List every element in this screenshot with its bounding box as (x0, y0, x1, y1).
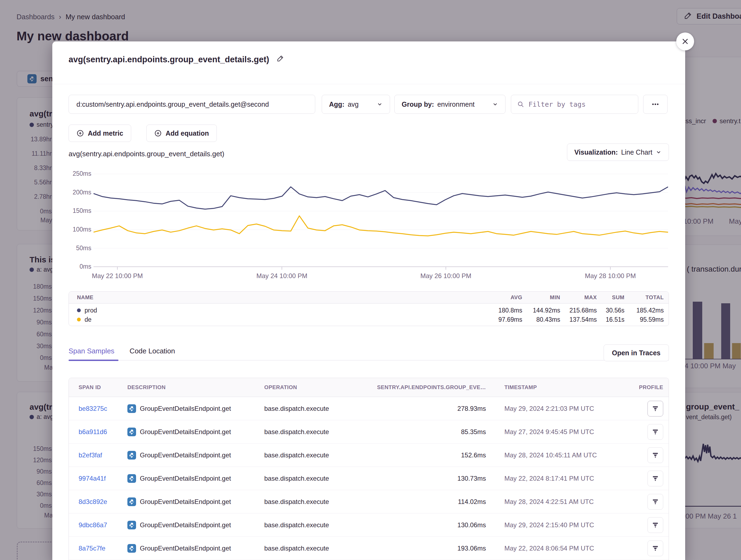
span-description: GroupEventDetailsEndpoint.get (140, 452, 231, 459)
profile-icon (652, 452, 659, 459)
span-description: GroupEventDetailsEndpoint.get (140, 475, 231, 482)
span-duration: 152.6ms (354, 452, 486, 459)
summary-col-max: MAX (560, 294, 597, 301)
close-button[interactable] (676, 32, 694, 50)
header-divider (52, 84, 685, 84)
open-in-traces-label: Open in Traces (612, 349, 661, 357)
chevron-down-icon (377, 101, 383, 107)
profile-button[interactable] (648, 401, 663, 416)
profile-icon (652, 498, 659, 505)
col-metric-value: SENTRY.API.ENDPOINTS.GROUP_EVE… (354, 384, 486, 391)
python-icon (127, 544, 136, 553)
span-id-link[interactable]: b6a911d6 (79, 428, 107, 435)
profile-button[interactable] (648, 541, 663, 556)
x-axis-tick: May 22 10:00 PM (77, 272, 158, 280)
span-table-row: b6a911d6 GroupEventDetailsEndpoint.get b… (69, 420, 669, 444)
span-timestamp: May 29, 2024 2:15:40 PM UTC (486, 521, 639, 529)
group-by-label: Group by: (402, 100, 434, 108)
y-axis-tick: 250ms (64, 170, 91, 177)
chart-query-label: avg(sentry.api.endpoints.group_event_det… (69, 150, 224, 158)
y-axis-tick: 150ms (64, 207, 91, 215)
span-operation: base.dispatch.execute (264, 521, 354, 529)
group-by-dropdown[interactable]: Group by:environment (394, 95, 506, 114)
y-axis-tick: 50ms (64, 245, 91, 252)
summary-header-row: NAME AVG MIN MAX SUM TOTAL (69, 292, 669, 304)
modal-title-row: avg(sentry.api.endpoints.group_event_det… (69, 55, 284, 65)
summary-row-de[interactable]: de 97.69ms 80.43ms 137.54ms 16.51s 95.59… (69, 315, 669, 326)
tab-span-samples[interactable]: Span Samples (69, 347, 114, 355)
summary-row-prod[interactable]: prod 180.8ms 144.92ms 215.68ms 30.56s 18… (69, 305, 669, 315)
y-axis-tick: 200ms (64, 189, 91, 196)
span-timestamp: May 28, 2024 4:22:51 AM UTC (486, 498, 639, 505)
profile-button[interactable] (648, 517, 663, 533)
span-description: GroupEventDetailsEndpoint.get (140, 498, 231, 505)
agg-dropdown[interactable]: Agg:avg (322, 95, 390, 114)
series-dot-de (77, 318, 81, 321)
span-id-link[interactable]: 8d3c892e (79, 498, 107, 505)
span-id-link[interactable]: 9974a41f (79, 475, 106, 482)
span-table-row: b2ef3faf GroupEventDetailsEndpoint.get b… (69, 444, 669, 467)
add-equation-button[interactable]: Add equation (146, 125, 217, 142)
visualization-value: Line Chart (621, 148, 652, 156)
x-axis-tick: May 28 10:00 PM (570, 272, 651, 280)
span-timestamp: May 28, 2024 10:45:11 AM UTC (486, 452, 639, 459)
plus-circle-icon (154, 130, 162, 137)
tab-code-location[interactable]: Code Location (130, 347, 175, 355)
span-table-row: be83275c GroupEventDetailsEndpoint.get b… (69, 397, 669, 420)
python-icon (127, 404, 136, 413)
span-description: GroupEventDetailsEndpoint.get (140, 545, 231, 552)
span-operation: base.dispatch.execute (264, 545, 354, 552)
y-axis-tick: 100ms (64, 226, 91, 233)
chevron-down-icon (656, 149, 662, 155)
series-summary-table: NAME AVG MIN MAX SUM TOTAL prod 180.8ms … (69, 291, 669, 326)
agg-label: Agg: (329, 100, 344, 108)
python-icon (127, 451, 136, 460)
profile-icon (652, 405, 659, 412)
filter-by-tags-input[interactable]: Filter by tags (511, 95, 638, 114)
span-duration: 114.02ms (354, 498, 486, 505)
summary-col-sum: SUM (597, 294, 624, 301)
span-id-link[interactable]: b2ef3faf (79, 452, 102, 459)
col-operation: OPERATION (264, 384, 354, 391)
visualization-dropdown[interactable]: Visualization: Line Chart (567, 144, 669, 161)
agg-value: avg (348, 100, 358, 108)
add-metric-button[interactable]: Add metric (69, 125, 131, 142)
open-in-traces-button[interactable]: Open in Traces (604, 344, 669, 361)
close-icon (681, 37, 689, 46)
span-duration: 130.06ms (354, 521, 486, 529)
x-axis-tick: May 24 10:00 PM (241, 272, 323, 280)
add-equation-label: Add equation (165, 130, 209, 137)
span-samples-table: SPAN ID DESCRIPTION OPERATION SENTRY.API… (69, 378, 669, 560)
group-by-value: environment (437, 100, 475, 108)
span-id-link[interactable]: be83275c (79, 405, 107, 412)
visualization-label: Visualization: (574, 148, 618, 156)
summary-col-name: NAME (77, 294, 482, 301)
span-description: GroupEventDetailsEndpoint.get (140, 521, 231, 529)
metric-details-modal: avg(sentry.api.endpoints.group_event_det… (52, 42, 685, 560)
span-duration: 193.06ms (354, 545, 486, 552)
profile-button[interactable] (648, 471, 663, 486)
profile-button[interactable] (648, 494, 663, 510)
col-profile: PROFILE (633, 384, 663, 391)
more-options-button[interactable] (643, 95, 668, 114)
edit-title-pencil-icon[interactable] (276, 55, 284, 65)
profile-button[interactable] (648, 424, 663, 440)
profile-button[interactable] (648, 447, 663, 463)
python-icon (127, 474, 136, 483)
python-icon (127, 521, 136, 530)
metric-query-input[interactable]: d:custom/sentry.api.endpoints.group_even… (69, 95, 315, 114)
span-table-row: 8d3c892e GroupEventDetailsEndpoint.get b… (69, 490, 669, 513)
span-operation: base.dispatch.execute (264, 452, 354, 459)
span-operation: base.dispatch.execute (264, 405, 354, 412)
profile-icon (652, 522, 659, 529)
modal-title: avg(sentry.api.endpoints.group_event_det… (69, 55, 269, 65)
ellipsis-icon (651, 100, 659, 108)
col-description: DESCRIPTION (127, 384, 264, 391)
series-dot-prod (77, 308, 81, 312)
python-icon (127, 497, 136, 506)
span-id-link[interactable]: 8a75c7fe (79, 545, 106, 552)
active-tab-indicator (69, 359, 119, 361)
span-id-link[interactable]: 9dbc86a7 (79, 521, 107, 529)
python-icon (127, 427, 136, 436)
detail-tabs: Span Samples Code Location (69, 347, 175, 355)
